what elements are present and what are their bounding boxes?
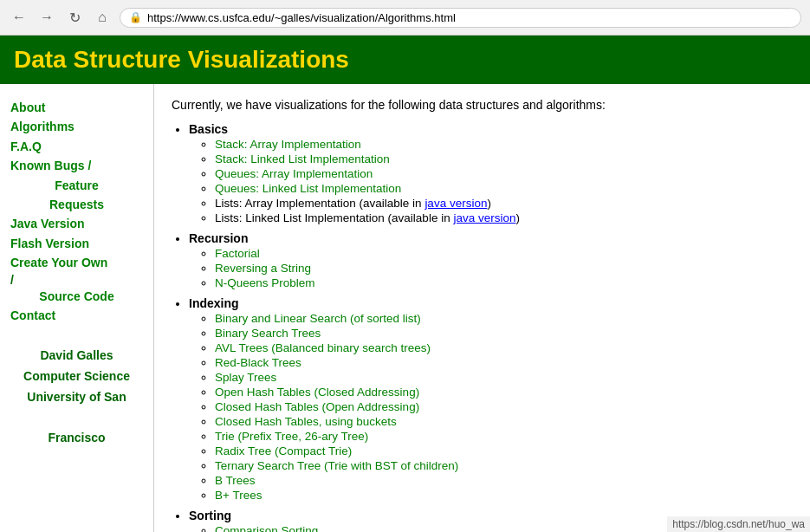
list-item: Red-Black Trees: [215, 356, 793, 369]
list-item: Closed Hash Tables, using buckets: [215, 415, 793, 428]
link-ternary[interactable]: Ternary Search Tree (Trie with BST of ch…: [215, 459, 458, 472]
sidebar-item-about[interactable]: About: [10, 98, 143, 117]
list-item: Reversing a String: [215, 262, 793, 275]
link-closed-hash[interactable]: Closed Hash Tables (Open Addressing): [215, 400, 419, 413]
status-bar: https://blog.csdn.net/huo_wa: [667, 516, 810, 532]
sidebar-item-contact[interactable]: Contact: [10, 306, 143, 325]
section-basics-label: Basics: [189, 122, 228, 136]
section-basics: Basics Stack: Array Implementation Stack…: [189, 122, 793, 224]
link-splay[interactable]: Splay Trees: [215, 371, 276, 384]
back-button[interactable]: ←: [9, 7, 29, 28]
link-open-hash[interactable]: Open Hash Tables (Closed Addressing): [215, 386, 419, 399]
author-university: University of San: [27, 390, 126, 404]
list-item: Ternary Search Tree (Trie with BST of ch…: [215, 459, 793, 472]
sidebar: About Algorithms F.A.Q Known Bugs / Feat…: [0, 84, 154, 532]
list-item: Radix Tree (Compact Trie): [215, 444, 793, 457]
list-item: Factorial: [215, 247, 793, 260]
sidebar-item-create[interactable]: Create Your Own: [10, 253, 143, 272]
list-item: Closed Hash Tables (Open Addressing): [215, 400, 793, 413]
link-lists-array-java[interactable]: java version: [424, 197, 487, 210]
list-item: Trie (Prefix Tree, 26-ary Tree): [215, 430, 793, 443]
list-item: B+ Trees: [215, 489, 793, 502]
list-item: Binary Search Trees: [215, 327, 793, 340]
list-item: Stack: Array Implementation: [215, 138, 793, 151]
sidebar-item-java[interactable]: Java Version: [10, 214, 143, 233]
link-trie[interactable]: Trie (Prefix Tree, 26-ary Tree): [215, 430, 368, 443]
list-item: Lists: Array Implementation (available i…: [215, 197, 793, 210]
link-factorial[interactable]: Factorial: [215, 247, 260, 260]
author-city: Francisco: [48, 431, 105, 444]
list-item: Open Hash Tables (Closed Addressing): [215, 386, 793, 399]
reload-button[interactable]: ↻: [64, 7, 85, 28]
lists-linked-close: ): [515, 211, 520, 224]
basics-sublist: Stack: Array Implementation Stack: Linke…: [215, 138, 793, 224]
lock-icon: 🔒: [129, 11, 142, 23]
sidebar-item-source[interactable]: Source Code: [10, 287, 143, 306]
author-dept: Computer Science: [23, 369, 130, 383]
main-list: Basics Stack: Array Implementation Stack…: [189, 122, 793, 532]
list-item: Lists: Linked List Implementation (avail…: [215, 211, 793, 224]
sidebar-item-algorithms[interactable]: Algorithms: [10, 117, 143, 136]
link-reversing[interactable]: Reversing a String: [215, 262, 311, 275]
section-indexing: Indexing Binary and Linear Search (of so…: [189, 296, 793, 502]
list-item: Binary and Linear Search (of sorted list…: [215, 312, 793, 325]
sidebar-item-faq[interactable]: F.A.Q: [10, 137, 143, 156]
list-item: Stack: Linked List Implementation: [215, 152, 793, 165]
address-bar[interactable]: 🔒 https://www.cs.usfca.edu/~galles/visua…: [120, 8, 801, 28]
section-recursion: Recursion Factorial Reversing a String N…: [189, 231, 793, 289]
link-rbt[interactable]: Red-Black Trees: [215, 356, 301, 369]
sidebar-author: David Galles Computer Science University…: [10, 346, 143, 449]
section-indexing-label: Indexing: [189, 296, 239, 310]
list-item: AVL Trees (Balanced binary search trees): [215, 341, 793, 354]
link-queues-array[interactable]: Queues: Array Implementation: [215, 167, 373, 180]
lists-array-text: Lists: Array Implementation (available i…: [215, 197, 424, 210]
link-btrees[interactable]: B Trees: [215, 474, 256, 487]
link-closed-hash-buckets[interactable]: Closed Hash Tables, using buckets: [215, 415, 397, 428]
page-header: Data Structure Visualizations: [0, 36, 810, 84]
lists-linked-text: Lists: Linked List Implementation (avail…: [215, 211, 453, 224]
sidebar-item-flash[interactable]: Flash Version: [10, 234, 143, 253]
section-recursion-label: Recursion: [189, 231, 248, 245]
link-avl[interactable]: AVL Trees (Balanced binary search trees): [215, 341, 431, 354]
content-area: Currently, we have visualizations for th…: [154, 84, 810, 532]
sidebar-item-feature[interactable]: Feature: [10, 176, 143, 195]
page-title: Data Structure Visualizations: [14, 46, 796, 74]
sidebar-divider-slash: /: [10, 273, 143, 287]
link-bplus[interactable]: B+ Trees: [215, 489, 262, 502]
recursion-sublist: Factorial Reversing a String N-Queens Pr…: [215, 247, 793, 289]
list-item: Splay Trees: [215, 371, 793, 384]
list-item: N-Queens Problem: [215, 276, 793, 289]
main-layout: About Algorithms F.A.Q Known Bugs / Feat…: [0, 84, 810, 532]
link-bst[interactable]: Binary Search Trees: [215, 327, 321, 340]
list-item: B Trees: [215, 474, 793, 487]
link-radix[interactable]: Radix Tree (Compact Trie): [215, 444, 352, 457]
sidebar-item-known-bugs[interactable]: Known Bugs /: [10, 156, 143, 175]
link-binary-linear[interactable]: Binary and Linear Search (of sorted list…: [215, 312, 421, 325]
list-item: Queues: Array Implementation: [215, 167, 793, 180]
list-item: Queues: Linked List Implementation: [215, 182, 793, 195]
section-sorting-label: Sorting: [189, 509, 231, 522]
browser-chrome: ← → ↻ ⌂ 🔒 https://www.cs.usfca.edu/~gall…: [0, 0, 810, 36]
sidebar-item-requests[interactable]: Requests: [10, 195, 143, 214]
indexing-sublist: Binary and Linear Search (of sorted list…: [215, 312, 793, 502]
lists-array-close: ): [487, 197, 491, 210]
link-stack-linked[interactable]: Stack: Linked List Implementation: [215, 152, 390, 165]
link-queues-linked[interactable]: Queues: Linked List Implementation: [215, 182, 401, 195]
intro-text: Currently, we have visualizations for th…: [172, 98, 793, 112]
url-text: https://www.cs.usfca.edu/~galles/visuali…: [147, 11, 456, 24]
forward-button[interactable]: →: [36, 7, 57, 28]
author-name: David Galles: [40, 348, 113, 362]
home-button[interactable]: ⌂: [92, 7, 113, 28]
link-comparison-sorting[interactable]: Comparison Sorting: [215, 524, 318, 532]
status-url: https://blog.csdn.net/huo_wa: [672, 518, 805, 530]
link-lists-linked-java[interactable]: java version: [453, 211, 515, 224]
link-nqueens[interactable]: N-Queens Problem: [215, 276, 315, 289]
link-stack-array[interactable]: Stack: Array Implementation: [215, 138, 361, 151]
